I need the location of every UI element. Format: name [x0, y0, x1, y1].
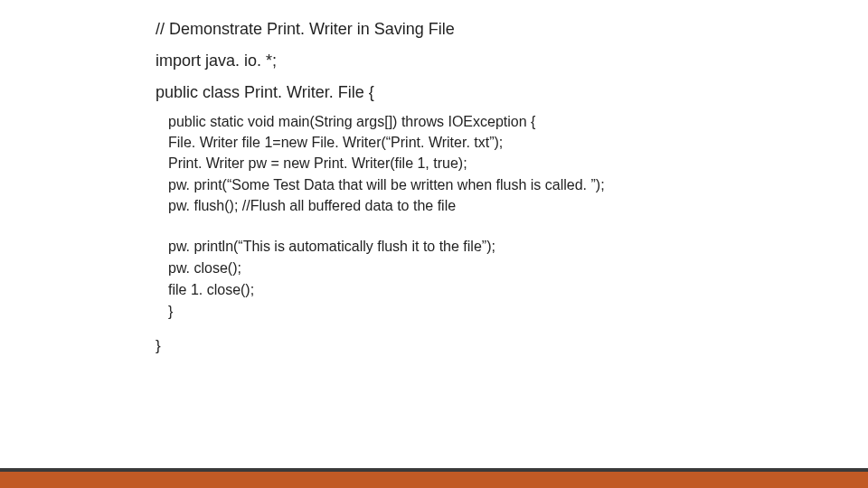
code-line: pw. print(“Some Test Data that will be w… [168, 174, 814, 195]
code-line: pw. println(“This is automatically flush… [168, 236, 814, 258]
code-content: // Demonstrate Print. Writer in Saving F… [156, 20, 814, 355]
slide: // Demonstrate Print. Writer in Saving F… [0, 0, 868, 488]
import-line: import java. io. *; [156, 52, 814, 70]
class-close-brace: } [156, 337, 814, 355]
class-declaration: public class Print. Writer. File { [156, 83, 814, 102]
comment-title: // Demonstrate Print. Writer in Saving F… [156, 20, 814, 39]
method-body-block-1: public static void main(String args[]) t… [156, 111, 814, 216]
code-line: } [168, 301, 814, 323]
code-line: Print. Writer pw = new Print. Writer(fil… [168, 153, 814, 174]
code-line: pw. flush(); //Flush all buffered data t… [168, 195, 814, 216]
code-line: public static void main(String args[]) t… [168, 111, 814, 132]
footer-bar-orange [0, 472, 868, 488]
code-line: pw. close(); [168, 258, 814, 279]
code-line: File. Writer file 1=new File. Writer(“Pr… [168, 132, 814, 153]
method-body-block-2: pw. println(“This is automatically flush… [156, 236, 814, 323]
code-line: file 1. close(); [168, 279, 814, 301]
